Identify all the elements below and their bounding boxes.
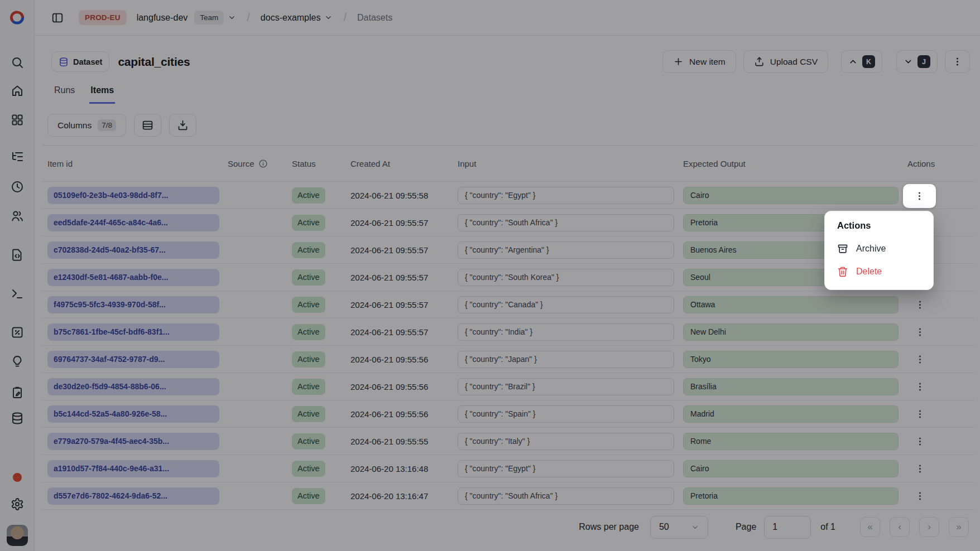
breadcrumb-organization[interactable]: langfuse-dev: [137, 13, 188, 23]
sessions-icon[interactable]: [11, 180, 24, 194]
expected-output-cell[interactable]: Cairo: [683, 460, 899, 477]
playground-icon[interactable]: [11, 287, 24, 301]
user-avatar[interactable]: [7, 525, 28, 546]
previous-item-button[interactable]: K: [841, 50, 882, 73]
row-actions-button[interactable]: [909, 294, 930, 315]
input-cell[interactable]: { "country": "Argentina" }: [458, 241, 674, 259]
settings-icon[interactable]: [11, 497, 24, 511]
expected-output-cell[interactable]: New Delhi: [683, 323, 899, 341]
expected-output-cell[interactable]: Cairo: [683, 187, 899, 204]
next-item-button[interactable]: J: [896, 50, 938, 73]
input-cell[interactable]: { "country": "Egypt" }: [458, 460, 674, 477]
next-page-button[interactable]: ›: [919, 517, 939, 537]
sidebar-toggle-icon[interactable]: [51, 12, 64, 24]
breadcrumb-project[interactable]: docs-examples: [261, 13, 321, 23]
input-cell[interactable]: { "country": "India" }: [458, 323, 674, 341]
row-height-button[interactable]: [134, 114, 161, 137]
expected-output-cell[interactable]: Ottawa: [683, 296, 899, 313]
column-header-item-id[interactable]: Item id: [42, 159, 222, 168]
item-id-badge[interactable]: 69764737-34af-4752-9787-d9...: [47, 351, 219, 368]
new-item-button[interactable]: New item: [662, 50, 736, 73]
tab-items[interactable]: Items: [89, 85, 115, 104]
page-number-input[interactable]: [764, 516, 811, 539]
item-id-badge[interactable]: a1910d57-7f84-440c-9e46-a31...: [47, 460, 219, 477]
table-row: d557e7d6-7802-4624-9da6-52... Active 202…: [42, 482, 974, 510]
column-header-source[interactable]: Source: [222, 159, 286, 168]
input-cell[interactable]: { "country": "Brazil" }: [458, 378, 674, 395]
input-cell[interactable]: { "country": "Italy" }: [458, 433, 674, 450]
users-icon[interactable]: [11, 209, 24, 223]
created-at-cell: 2024-06-21 09:55:58: [345, 191, 452, 200]
input-cell[interactable]: { "country": "Spain" }: [458, 405, 674, 423]
input-cell[interactable]: { "country": "Canada" }: [458, 296, 674, 313]
row-actions-button[interactable]: [909, 376, 930, 397]
input-cell[interactable]: { "country": "South Korea" }: [458, 269, 674, 286]
search-icon[interactable]: [11, 56, 24, 69]
page-actions-menu-button[interactable]: [945, 50, 970, 73]
input-cell[interactable]: { "country": "South Africa" }: [458, 487, 674, 505]
kebab-menu-icon: [915, 491, 925, 501]
home-icon[interactable]: [11, 84, 24, 98]
row-actions-button[interactable]: [909, 458, 930, 479]
tab-runs[interactable]: Runs: [53, 85, 76, 104]
item-id-badge[interactable]: b75c7861-1fbe-45cf-bdf6-83f1...: [47, 323, 219, 341]
row-actions-button[interactable]: [909, 403, 930, 424]
tracing-icon[interactable]: [11, 150, 24, 163]
input-cell[interactable]: { "country": "South Africa" }: [458, 214, 674, 231]
delete-menu-item[interactable]: Delete: [825, 260, 933, 283]
column-header-status[interactable]: Status: [286, 159, 345, 168]
row-actions-button[interactable]: [909, 321, 930, 342]
kebab-menu-icon: [952, 56, 963, 67]
info-icon: [258, 159, 268, 168]
status-badge: Active: [292, 215, 325, 231]
annotation-queue-icon[interactable]: [11, 386, 24, 399]
columns-button[interactable]: Columns 7/8: [47, 114, 126, 137]
upload-csv-button[interactable]: Upload CSV: [743, 50, 828, 73]
rows-per-page-select[interactable]: 50: [650, 516, 708, 539]
column-header-expected-output[interactable]: Expected Output: [678, 159, 902, 168]
item-id-badge[interactable]: de30d2e0-f5d9-4854-88b6-06...: [47, 378, 219, 395]
datasets-icon[interactable]: [11, 412, 24, 425]
open-row-actions-button[interactable]: [903, 184, 936, 208]
item-id-badge[interactable]: eed5dafe-244f-465c-a84c-4a6...: [47, 214, 219, 231]
row-actions-button[interactable]: [909, 431, 930, 452]
archive-menu-item[interactable]: Archive: [825, 237, 933, 260]
evals-icon[interactable]: [11, 355, 24, 368]
item-id-badge[interactable]: e12430df-5e81-4687-aabb-f0e...: [47, 269, 219, 286]
dashboard-icon[interactable]: [11, 113, 24, 127]
expected-output-cell[interactable]: Brasília: [683, 378, 899, 395]
expected-output-cell[interactable]: Madrid: [683, 405, 899, 423]
item-id-badge[interactable]: c702838d-24d5-40a2-bf35-67...: [47, 241, 219, 259]
input-cell[interactable]: { "country": "Egypt" }: [458, 187, 674, 204]
status-badge: Active: [292, 379, 325, 395]
upload-icon: [754, 56, 765, 67]
item-id-badge[interactable]: d557e7d6-7802-4624-9da6-52...: [47, 487, 219, 505]
scores-icon[interactable]: [11, 326, 24, 339]
column-header-input[interactable]: Input: [452, 159, 678, 168]
column-header-created-at[interactable]: Created At: [345, 159, 452, 168]
item-id-badge[interactable]: e779a270-579a-4f45-aec4-35b...: [47, 433, 219, 450]
export-button[interactable]: [169, 114, 196, 137]
shortcut-key-badge: K: [862, 55, 875, 68]
expected-output-cell[interactable]: Rome: [683, 433, 899, 450]
row-actions-button[interactable]: [909, 349, 930, 370]
created-at-cell: 2024-06-21 09:55:57: [345, 273, 452, 282]
actions-menu-title: Actions: [825, 219, 933, 237]
row-actions-button[interactable]: [909, 485, 930, 506]
input-cell[interactable]: { "country": "Japan" }: [458, 351, 674, 368]
item-id-badge[interactable]: b5c144cd-52a5-4a80-926e-58...: [47, 405, 219, 423]
kebab-menu-icon: [915, 436, 925, 447]
last-page-button[interactable]: »: [949, 517, 969, 537]
prompts-icon[interactable]: [11, 248, 24, 262]
item-id-badge[interactable]: f4975c95-5fc3-4939-970d-58f...: [47, 296, 219, 313]
expected-output-cell[interactable]: Tokyo: [683, 351, 899, 368]
status-badge: Active: [292, 488, 325, 504]
expected-output-cell[interactable]: Pretoria: [683, 487, 899, 505]
status-badge: Active: [292, 406, 325, 422]
chevron-down-icon[interactable]: [228, 13, 236, 22]
status-badge: Active: [292, 324, 325, 340]
item-id-badge[interactable]: 05109ef0-2e3b-4e03-98dd-8f7...: [47, 187, 219, 204]
chevron-down-icon[interactable]: [324, 13, 333, 22]
first-page-button[interactable]: «: [860, 517, 880, 537]
previous-page-button[interactable]: ‹: [890, 517, 910, 537]
